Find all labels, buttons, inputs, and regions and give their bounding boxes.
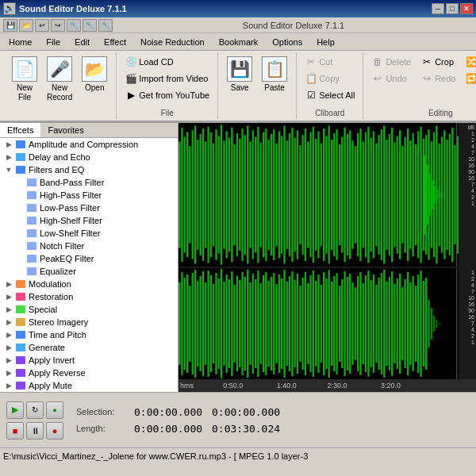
svg-rect-1: [16, 153, 25, 161]
close-button[interactable]: ✕: [460, 3, 473, 14]
tree-label: PeakEQ Filter: [40, 254, 94, 263]
tree-item-equalizer[interactable]: Equalizer: [0, 265, 178, 278]
svg-rect-83: [341, 137, 343, 253]
svg-rect-25: [189, 146, 190, 244]
title-center: Sound Editor Deluxe 7.1.1: [243, 21, 344, 30]
loop-button[interactable]: ↻: [26, 401, 44, 419]
paste-label: Paste: [264, 83, 285, 93]
svg-rect-211: [370, 280, 372, 367]
svg-rect-63: [289, 133, 290, 256]
menu-item-options[interactable]: Options: [265, 35, 309, 49]
svg-rect-218: [389, 277, 390, 370]
menu-item-file[interactable]: File: [39, 35, 67, 49]
tree-label: Notch Filter: [40, 241, 84, 251]
copy-button[interactable]: 📋 Copy: [301, 71, 358, 86]
quick-btn7[interactable]: 🔧: [98, 19, 113, 32]
quick-save-btn[interactable]: 💾: [3, 19, 17, 32]
svg-rect-35: [215, 129, 217, 260]
tree-item-restoration[interactable]: ▶Restoration: [0, 290, 178, 303]
quick-btn5[interactable]: 🔧: [67, 19, 81, 32]
menu-item-edit[interactable]: Edit: [67, 35, 97, 49]
menu-item-noise-reduction[interactable]: Noise Reduction: [133, 35, 212, 49]
quick-btn6[interactable]: 🔧: [83, 19, 97, 32]
svg-rect-52: [260, 143, 262, 248]
svg-rect-168: [257, 271, 259, 377]
svg-rect-59: [278, 132, 280, 259]
import-video-button[interactable]: 🎬 Import from Video: [121, 71, 213, 86]
tree-item-apply-invert[interactable]: ▶Apply Invert: [0, 354, 178, 367]
copy-icon: 📋: [305, 72, 317, 85]
menu-item-bookmark[interactable]: Bookmark: [212, 35, 266, 49]
minimize-button[interactable]: ─: [432, 3, 444, 14]
crop-button[interactable]: ✂ Crop: [417, 54, 459, 70]
tree-item-delay-and-echo[interactable]: ▶Delay and Echo: [0, 151, 178, 163]
tree-item-high-shelf-filter[interactable]: High-Shelf Filter: [0, 214, 178, 227]
delete-button[interactable]: 🗑 Delete: [368, 54, 414, 70]
menu-item-effect[interactable]: Effect: [97, 35, 133, 49]
svg-rect-183: [297, 274, 298, 374]
svg-rect-38: [223, 140, 225, 249]
redo-button[interactable]: ↪ Redo: [417, 71, 459, 86]
svg-rect-226: [409, 282, 411, 365]
tree-item-peakeq-filter[interactable]: PeakEQ Filter: [0, 252, 178, 265]
svg-rect-21: [178, 141, 180, 248]
maximize-button[interactable]: □: [446, 3, 459, 14]
record-button[interactable]: ●: [46, 422, 63, 440]
svg-rect-103: [393, 143, 395, 248]
svg-rect-230: [420, 271, 421, 377]
tab-effects[interactable]: Effcets: [0, 123, 40, 137]
svg-rect-194: [325, 278, 327, 369]
svg-rect-124: [449, 134, 451, 255]
tree-item-low-pass-filter[interactable]: Low-Pass Filter: [0, 202, 178, 214]
tree-item-amplitude-and-compression[interactable]: ▶Amplitude and Compression: [0, 138, 178, 151]
youtube-button[interactable]: ▶ Get from YouTube: [121, 87, 213, 103]
cut-button[interactable]: ✂ Cut: [301, 54, 358, 70]
undo-button[interactable]: ↩ Undo: [368, 71, 414, 86]
new-file-button[interactable]: 📄 NewFile: [8, 54, 41, 105]
waveform-top-channel: dB 1 2 4 7 10 16 90 16 7 4 2 1: [178, 123, 476, 267]
save-button[interactable]: 💾 Save: [223, 54, 256, 95]
stop-button[interactable]: ■: [6, 422, 24, 440]
svg-rect-96: [375, 144, 377, 247]
tree-item-special[interactable]: ▶Special: [0, 303, 178, 316]
menu-item-home[interactable]: Home: [2, 35, 39, 49]
svg-rect-113: [420, 127, 421, 263]
tree-item-notch-filter[interactable]: Notch Filter: [0, 240, 178, 252]
select-all-button[interactable]: ☑ Select All: [301, 87, 358, 103]
play-button[interactable]: ▶: [6, 401, 24, 419]
svg-rect-162: [241, 272, 243, 375]
svg-rect-108: [407, 129, 409, 261]
tab-favorites[interactable]: Favorites: [40, 123, 90, 137]
ribbon-group-file2: 💿 Load CD 🎬 Import from Video ▶ Get from…: [117, 52, 218, 119]
svg-rect-236: [436, 320, 437, 328]
mix-file-button[interactable]: 🔀 Mix File: [462, 54, 476, 70]
rec-ready-button[interactable]: ●: [46, 401, 63, 419]
svg-rect-134: [440, 193, 441, 198]
new-record-button[interactable]: 🎤 NewRecord: [43, 54, 76, 105]
tree-item-apply-reverse[interactable]: ▶Apply Reverse: [0, 367, 178, 379]
item-icon: [25, 228, 38, 239]
tree-item-filters-and-eq[interactable]: ▼Filters and EQ: [0, 163, 178, 176]
tree-item-modulation[interactable]: ▶Modulation: [0, 278, 178, 290]
svg-rect-104: [397, 136, 398, 253]
svg-rect-55: [268, 140, 270, 250]
tree-item-high-pass-filter[interactable]: High-Pass Filter: [0, 189, 178, 202]
tree-item-apply-mute[interactable]: ▶Apply Mute: [0, 379, 178, 392]
menu-item-help[interactable]: Help: [309, 35, 342, 49]
quick-redo-btn[interactable]: ↪: [51, 19, 65, 32]
open-button[interactable]: 📂 Open: [78, 54, 111, 95]
tree-item-time-and-pitch[interactable]: ▶Time and Pitch: [0, 328, 178, 341]
tree-item-generate[interactable]: ▶Generate: [0, 341, 178, 354]
quick-open-btn[interactable]: 📂: [19, 19, 33, 32]
new-file-label: NewFile: [17, 83, 33, 102]
paste-button[interactable]: 📋 Paste: [258, 54, 291, 95]
svg-rect-207: [359, 272, 361, 375]
repeat-button[interactable]: 🔁 Repeat: [462, 71, 476, 86]
tree-item-band-pass-filter[interactable]: Band-Pass Filter: [0, 176, 178, 189]
pause-button[interactable]: ⏸: [26, 422, 44, 440]
quick-undo-btn[interactable]: ↩: [35, 19, 49, 32]
tree-item-stereo-imagery[interactable]: ▶Stereo Imagery: [0, 316, 178, 328]
expand-icon: ▶: [3, 140, 14, 148]
tree-item-low-shelf-filter[interactable]: Low-Shelf Filter: [0, 227, 178, 240]
load-cd-button[interactable]: 💿 Load CD: [121, 54, 213, 70]
